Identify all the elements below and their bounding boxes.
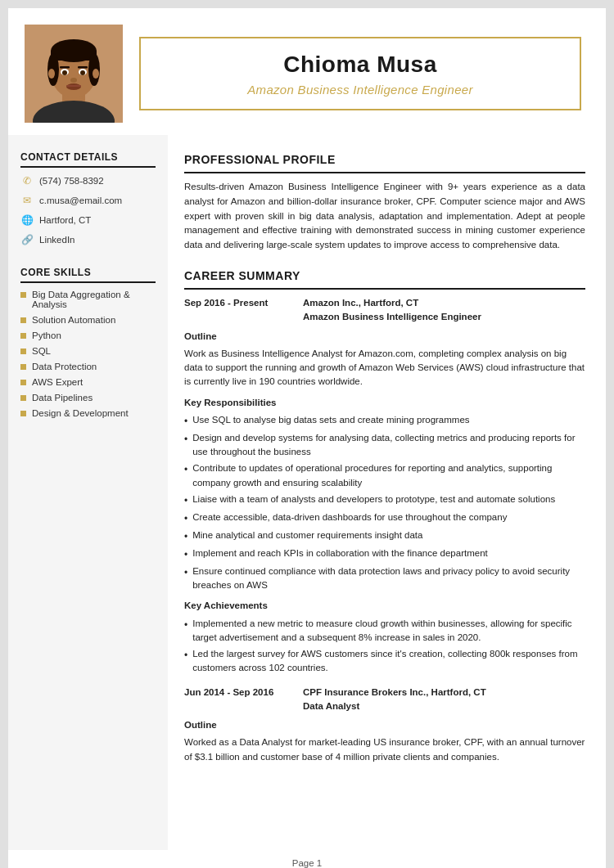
bullet: • [184, 547, 187, 562]
contact-title: CONTACT DETAILS [20, 151, 156, 168]
resp-item: •Mine analytical and customer requiremen… [184, 528, 585, 544]
candidate-name: Chioma Musa [283, 52, 437, 78]
skill-bullet-7 [20, 395, 26, 401]
linkedin-text: LinkedIn [39, 235, 74, 245]
career-heading: CAREER SUMMARY [184, 268, 585, 290]
career-role-1: Amazon Business Intelligence Engineer [303, 312, 481, 322]
skill-1: Big Data Aggregation & Analysis [20, 290, 156, 309]
page-label: Page 1 [292, 858, 322, 868]
resp-text: Design and develop systems for analysing… [192, 431, 585, 460]
svg-rect-14 [78, 66, 88, 69]
resp-text: Mine analytical and customer requirement… [192, 528, 422, 542]
career-role-2: Data Analyst [303, 701, 359, 711]
resp-text: Implement and reach KPIs in collaboratio… [192, 546, 488, 560]
resp-text: Use SQL to analyse big datas sets and cr… [192, 413, 469, 427]
career-company-2: CPF Insurance Brokers Inc., Hartford, CT… [303, 686, 585, 714]
page-footer: Page 1 [8, 850, 606, 868]
bullet: • [184, 565, 187, 580]
skill-8: Design & Development [20, 408, 156, 418]
bullet: • [184, 648, 187, 663]
resp-item: •Implement and reach KPIs in collaborati… [184, 546, 585, 562]
skill-label-2: Solution Automation [32, 315, 115, 325]
skill-bullet-5 [20, 364, 26, 370]
skills-title: CORE SKILLS [20, 267, 156, 283]
resp-text: Create accessible, data-driven dashboard… [192, 510, 507, 524]
bullet: • [184, 414, 187, 429]
skill-label-3: Python [32, 331, 61, 340]
ach-text: Led the largest survey for AWS customers… [192, 647, 585, 676]
main-content: PROFESSIONAL PROFILE Results-driven Amaz… [168, 135, 606, 850]
body-layout: CONTACT DETAILS ✆ (574) 758-8392 ✉ c.mus… [8, 135, 606, 850]
skill-2: Solution Automation [20, 315, 156, 325]
skill-label-7: Data Pipelines [32, 393, 93, 403]
job-title: Amazon Business Intelligence Engineer [247, 83, 472, 97]
svg-point-19 [93, 69, 99, 79]
skill-4: SQL [20, 346, 156, 356]
svg-point-15 [70, 78, 77, 83]
location-text: Hartford, CT [39, 215, 91, 225]
skill-label-5: Data Protection [32, 362, 97, 371]
skill-6: AWS Expert [20, 377, 156, 387]
achievements-list-1: •Implemented a new metric to measure clo… [184, 617, 585, 676]
outline-label-2: Outline [184, 718, 585, 732]
phone-icon: ✆ [20, 174, 34, 187]
resp-text: Contribute to updates of operational pro… [192, 461, 585, 490]
phone-text: (574) 758-8392 [39, 176, 104, 186]
resp-item: •Use SQL to analyse big datas sets and c… [184, 413, 585, 429]
resp-item: •Design and develop systems for analysin… [184, 431, 585, 460]
key-resp-label-1: Key Responsibilities [184, 396, 585, 410]
outline-text-2: Worked as a Data Analyst for market-lead… [184, 735, 585, 764]
skill-3: Python [20, 331, 156, 340]
bullet: • [184, 529, 187, 544]
profile-text: Results-driven Amazon Business Intellige… [184, 180, 585, 253]
svg-rect-17 [66, 85, 81, 87]
avatar [25, 25, 123, 123]
bullet: • [184, 462, 187, 477]
resp-item: •Create accessible, data-driven dashboar… [184, 510, 585, 526]
contact-location: 🌐 Hartford, CT [20, 214, 156, 227]
bullet: • [184, 493, 187, 508]
responsibilities-list-1: •Use SQL to analyse big datas sets and c… [184, 413, 585, 593]
career-dates-2: Jun 2014 - Sep 2016 [184, 686, 303, 714]
svg-point-11 [62, 70, 67, 75]
skill-bullet-2 [20, 317, 26, 323]
skill-7: Data Pipelines [20, 393, 156, 403]
skill-bullet-3 [20, 333, 26, 339]
svg-rect-6 [51, 51, 97, 61]
profile-heading: PROFESSIONAL PROFILE [184, 151, 585, 173]
career-entry-2: Jun 2014 - Sep 2016 CPF Insurance Broker… [184, 686, 585, 764]
skill-5: Data Protection [20, 362, 156, 371]
skill-label-1: Big Data Aggregation & Analysis [32, 290, 156, 309]
skill-bullet-1 [20, 292, 26, 298]
ach-item: •Implemented a new metric to measure clo… [184, 617, 585, 645]
ach-text: Implemented a new metric to measure clou… [192, 617, 585, 645]
sidebar: CONTACT DETAILS ✆ (574) 758-8392 ✉ c.mus… [8, 135, 168, 850]
career-dates-1: Sep 2016 - Present [184, 296, 303, 325]
skill-label-6: AWS Expert [32, 377, 83, 387]
resp-item: •Contribute to updates of operational pr… [184, 461, 585, 490]
key-ach-label-1: Key Achievements [184, 599, 585, 613]
skill-bullet-8 [20, 411, 26, 416]
career-header-row-2: Jun 2014 - Sep 2016 CPF Insurance Broker… [184, 686, 585, 714]
skill-bullet-6 [20, 380, 26, 385]
contact-email: ✉ c.musa@email.com [20, 194, 156, 207]
skill-label-8: Design & Development [32, 408, 129, 418]
email-icon: ✉ [20, 194, 34, 207]
resume-header: Chioma Musa Amazon Business Intelligence… [8, 8, 606, 135]
bullet: • [184, 432, 187, 447]
location-icon: 🌐 [20, 214, 34, 227]
bullet: • [184, 511, 187, 526]
svg-rect-13 [60, 66, 70, 69]
svg-point-18 [48, 69, 55, 79]
contact-linkedin[interactable]: 🔗 LinkedIn [20, 233, 156, 246]
outline-label-1: Outline [184, 330, 585, 344]
name-title-box: Chioma Musa Amazon Business Intelligence… [139, 37, 581, 110]
skill-bullet-4 [20, 349, 26, 354]
resp-text: Liaise with a team of analysts and devel… [192, 492, 555, 506]
resume-page: Chioma Musa Amazon Business Intelligence… [8, 8, 606, 868]
contact-section: CONTACT DETAILS ✆ (574) 758-8392 ✉ c.mus… [20, 151, 156, 246]
resp-text: Ensure continued compliance with data pr… [192, 564, 585, 593]
bullet: • [184, 618, 187, 632]
career-header-row-1: Sep 2016 - Present Amazon Inc., Hartford… [184, 296, 585, 325]
contact-phone: ✆ (574) 758-8392 [20, 174, 156, 187]
